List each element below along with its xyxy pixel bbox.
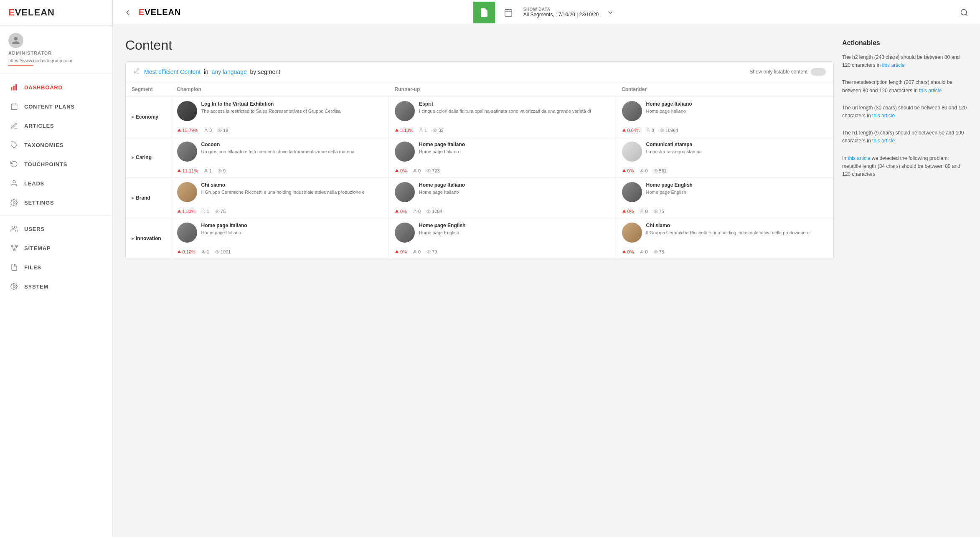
- content-item[interactable]: Esprit I cinque colori dalla finitura op…: [389, 97, 615, 125]
- actionable-item: In this article we detected the followin…: [842, 155, 967, 179]
- svg-point-9: [13, 202, 15, 204]
- views-stat: 723: [427, 168, 439, 173]
- sidebar-item-label-files: FILES: [24, 264, 41, 271]
- item-stats: 0% 0 75: [616, 206, 833, 218]
- sidebar-item-files[interactable]: FILES: [0, 258, 112, 277]
- content-area: Content Most efficient Content in any la…: [113, 25, 980, 537]
- item-description: Il Gruppo Ceramiche Ricchetti è una hold…: [646, 230, 828, 236]
- svg-point-36: [655, 170, 656, 172]
- item-thumbnail: [177, 142, 197, 162]
- score-stat: 0%: [622, 249, 634, 254]
- svg-point-40: [428, 211, 429, 212]
- page-title: Content: [125, 38, 834, 53]
- system-icon: [10, 282, 18, 291]
- svg-point-47: [641, 250, 642, 251]
- actionable-link[interactable]: this article: [919, 88, 942, 94]
- files-icon: [10, 263, 18, 271]
- item-title: Comunicati stampa: [646, 142, 828, 147]
- item-stats: 1.33% 1 75: [171, 206, 388, 218]
- sidebar-item-sitemap[interactable]: SITEMAP: [0, 238, 112, 258]
- content-item[interactable]: Chi siamo Il Gruppo Ceramiche Ricchetti …: [171, 178, 388, 206]
- item-info: Esprit I cinque colori dalla finitura op…: [419, 101, 609, 114]
- svg-point-41: [641, 210, 642, 211]
- sidebar-item-users[interactable]: USERS: [0, 219, 112, 238]
- users-stat: 1: [419, 128, 427, 133]
- svg-point-42: [655, 211, 656, 212]
- svg-rect-12: [15, 245, 18, 246]
- score-stat: 15.79%: [177, 128, 198, 133]
- content-item[interactable]: Home page Italiano Home page Italiano: [389, 137, 615, 166]
- actionable-item: The h1 length (9 chars) should be betwee…: [842, 129, 967, 145]
- admin-label: ADMINISTRATOR: [8, 51, 52, 56]
- svg-point-28: [434, 130, 436, 131]
- col-segment: Segment: [126, 82, 171, 97]
- item-info: Home page Italiano Home page Italiano: [419, 182, 609, 195]
- item-info: Log In to the Virtual Exhibition The acc…: [201, 101, 383, 114]
- svg-rect-0: [11, 87, 13, 91]
- back-button[interactable]: [121, 6, 135, 19]
- runner-up-cell: Esprit I cinque colori dalla finitura op…: [389, 97, 616, 137]
- sidebar-item-label-dashboard: DASHBOARD: [24, 84, 63, 91]
- actionable-link[interactable]: this article: [848, 155, 870, 161]
- views-stat: 562: [654, 168, 667, 173]
- item-description: The access is restricted to Sales Repres…: [201, 108, 383, 114]
- calendar-button[interactable]: [499, 3, 518, 22]
- item-stats: 15.79% 3 19: [171, 125, 388, 137]
- item-stats: 3.13% 1 32: [389, 125, 615, 137]
- sidebar-item-articles[interactable]: ARTICLES: [0, 116, 112, 135]
- item-title: Chi siamo: [201, 182, 383, 188]
- segment-cell: ▸Brand: [126, 178, 171, 218]
- content-item[interactable]: Home page Italiano Home page Italiano: [616, 97, 833, 125]
- pen-icon: [10, 122, 18, 130]
- edit-icon[interactable]: [133, 68, 140, 76]
- item-description: Home page Italiano: [646, 108, 828, 114]
- sidebar-item-system[interactable]: SYSTEM: [0, 277, 112, 296]
- content-item[interactable]: Home page Italiano Home page Italiano: [389, 178, 615, 206]
- topbar: EVELEAN SHOW DATA All Segments, 17/10/20…: [113, 0, 980, 25]
- item-description: Un gres porcellanato effetto cemento dov…: [201, 149, 383, 155]
- item-title: Esprit: [419, 101, 609, 107]
- runner-up-cell: Home page Italiano Home page Italiano 0%…: [389, 137, 616, 178]
- sidebar-item-content-plans[interactable]: CONTENT PLANS: [0, 97, 112, 116]
- sidebar-item-dashboard[interactable]: DASHBOARD: [0, 78, 112, 97]
- svg-point-48: [655, 251, 656, 253]
- sidebar-item-settings[interactable]: SETTINGS: [0, 193, 112, 212]
- svg-rect-13: [13, 250, 15, 251]
- item-info: Home page Italiano Home page Italiano: [419, 142, 609, 155]
- champion-cell: Log In to the Virtual Exhibition The acc…: [171, 97, 388, 137]
- doc-button[interactable]: [473, 2, 495, 23]
- content-item[interactable]: Chi siamo Il Gruppo Ceramiche Ricchetti …: [616, 218, 833, 247]
- show-only-toggle[interactable]: [811, 68, 826, 76]
- svg-point-39: [414, 210, 415, 211]
- actionables-section: Actionables The h2 length (243 chars) sh…: [842, 38, 967, 524]
- content-item[interactable]: Comunicati stampa La nostra rassegna sta…: [616, 137, 833, 166]
- actionable-link[interactable]: this article: [872, 138, 895, 144]
- svg-line-24: [966, 14, 967, 15]
- site-url: https://www.ricchetti-group.com: [8, 58, 72, 63]
- item-thumbnail: [395, 182, 415, 202]
- svg-point-33: [414, 169, 415, 170]
- tag-icon: [10, 141, 18, 149]
- content-item[interactable]: Home page English Home page English: [389, 218, 615, 247]
- item-stats: 0% 0 78: [616, 247, 833, 258]
- users-icon: [10, 225, 18, 233]
- score-stat: 0%: [395, 249, 407, 254]
- show-data-dropdown[interactable]: [603, 5, 618, 20]
- content-item[interactable]: Cocoon Un gres porcellanato effetto ceme…: [171, 137, 388, 166]
- svg-point-32: [219, 170, 221, 172]
- item-info: Chi siamo Il Gruppo Ceramiche Ricchetti …: [646, 223, 828, 236]
- sidebar-item-taxonomies[interactable]: TAXONOMIES: [0, 135, 112, 155]
- sidebar-user: ADMINISTRATOR https://www.ricchetti-grou…: [0, 25, 112, 73]
- sidebar-item-touchpoints[interactable]: TOUCHPOINTS: [0, 155, 112, 174]
- actionable-link[interactable]: this article: [872, 113, 895, 119]
- sidebar-item-leads[interactable]: LEADS: [0, 174, 112, 193]
- content-item[interactable]: Home page Italiano Home page Italiano: [171, 218, 388, 247]
- content-item[interactable]: Log In to the Virtual Exhibition The acc…: [171, 97, 388, 125]
- col-runner-up: Runner-up: [389, 82, 616, 97]
- item-info: Chi siamo Il Gruppo Ceramiche Ricchetti …: [201, 182, 383, 195]
- actionable-link[interactable]: this article: [882, 62, 904, 68]
- search-button[interactable]: [957, 5, 972, 20]
- content-item[interactable]: Home page English Home page English: [616, 178, 833, 206]
- item-title: Home page Italiano: [419, 142, 609, 147]
- users-stat: 1: [201, 209, 209, 214]
